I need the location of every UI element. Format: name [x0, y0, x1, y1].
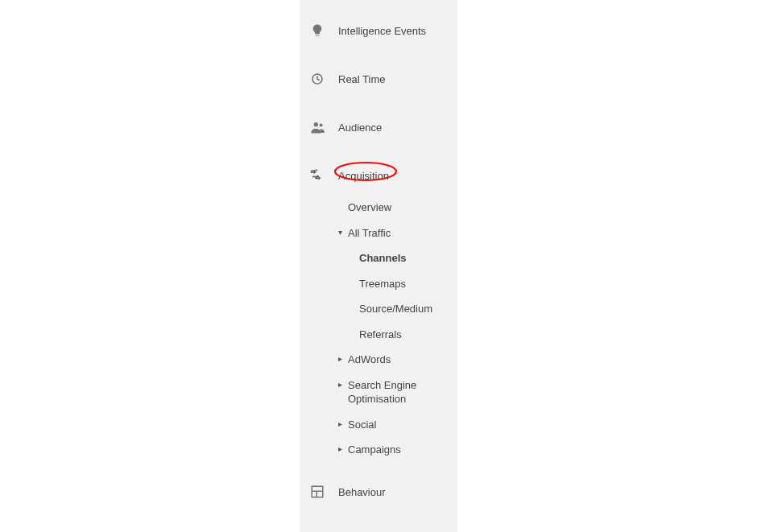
subnav-overview[interactable]: Overview — [329, 195, 449, 221]
subnav-label: Referrals — [359, 328, 402, 342]
subnav-referrals[interactable]: Referrals — [350, 322, 449, 348]
acquisition-subnav: Overview ▾ All Traffic Channels Treemaps… — [300, 195, 457, 463]
sidebar-item-behaviour[interactable]: Behaviour — [300, 472, 457, 511]
svg-point-1 — [314, 122, 318, 126]
sidebar-item-real-time[interactable]: Real Time — [300, 60, 457, 98]
sidebar-item-audience[interactable]: Audience — [300, 108, 457, 146]
sidebar-item-label: Audience — [338, 122, 382, 134]
sidebar-item-intelligence-events[interactable]: Intelligence Events — [300, 11, 457, 50]
subnav-label: Search Engine Optimisation — [348, 378, 446, 406]
all-traffic-children: Channels Treemaps Source/Medium Referral… — [329, 245, 449, 347]
subnav-label: Social — [348, 418, 376, 432]
triangle-right-icon: ▸ — [338, 418, 345, 431]
subnav-label: All Traffic — [348, 226, 391, 241]
acquisition-icon — [309, 167, 325, 184]
subnav-channels[interactable]: Channels — [350, 245, 449, 271]
subnav-campaigns[interactable]: ▸ Campaigns — [329, 437, 449, 463]
sidebar-item-conversions[interactable]: Conversions — [300, 521, 457, 532]
audience-icon — [309, 119, 325, 135]
subnav-all-traffic[interactable]: ▾ All Traffic — [329, 221, 449, 246]
subnav-social[interactable]: ▸ Social — [329, 412, 449, 438]
sidebar-item-label: Behaviour — [338, 486, 386, 498]
subnav-label: Channels — [359, 251, 407, 266]
behaviour-icon — [309, 484, 325, 500]
triangle-right-icon: ▸ — [338, 378, 345, 391]
lightbulb-icon — [309, 23, 325, 39]
subnav-label: Campaigns — [348, 443, 401, 457]
subnav-label: AdWords — [348, 353, 391, 367]
sidebar-item-label: Intelligence Events — [338, 25, 426, 37]
triangle-right-icon: ▸ — [338, 443, 345, 456]
subnav-source-medium[interactable]: Source/Medium — [350, 296, 449, 322]
sidebar-item-label: Real Time — [338, 73, 386, 85]
subnav-treemaps[interactable]: Treemaps — [350, 271, 449, 297]
clock-icon — [309, 71, 325, 87]
sidebar-item-acquisition[interactable]: Acquisition — [300, 156, 457, 195]
subnav-seo[interactable]: ▸ Search Engine Optimisation — [329, 373, 449, 412]
triangle-right-icon: ▸ — [338, 353, 345, 365]
subnav-label: Overview — [348, 200, 391, 215]
triangle-down-icon: ▾ — [338, 226, 345, 239]
subnav-label: Source/Medium — [359, 302, 432, 316]
sidebar-item-label: Acquisition — [338, 170, 389, 182]
subnav-label: Treemaps — [359, 277, 406, 291]
sidebar: Intelligence Events Real Time Audience — [300, 0, 457, 532]
subnav-adwords[interactable]: ▸ AdWords — [329, 347, 449, 373]
svg-point-2 — [320, 124, 323, 127]
